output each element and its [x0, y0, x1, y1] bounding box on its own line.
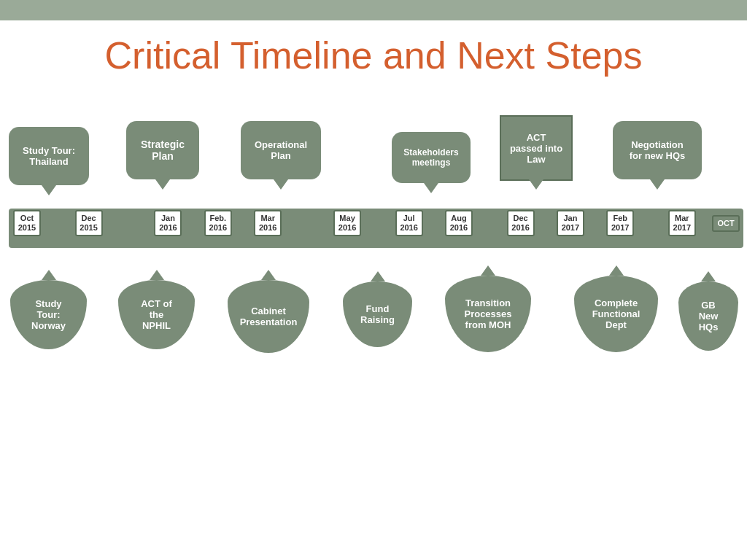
date-dec2015: Dec2015 [75, 210, 103, 236]
bubble-study-tour-thailand: Study Tour:Thailand [9, 127, 89, 185]
date-jan2016: Jan2016 [154, 210, 182, 236]
bubble-act-nphil: ACT oftheNPHIL [118, 280, 195, 349]
date-mar2017: Mar2017 [668, 210, 696, 236]
bubble-strategic-plan: StrategicPlan [126, 121, 199, 179]
date-jul2016: Jul2016 [395, 210, 423, 236]
bubble-transition: TransitionProcessesfrom MOH [445, 276, 531, 352]
page-title: Critical Timeline and Next Steps [0, 20, 747, 85]
date-oct-end: OCT [712, 215, 740, 232]
bubble-cabinet: CabinetPresentation [228, 280, 309, 353]
bubble-gb-new-hqs: GBNewHQs [678, 281, 738, 351]
date-oct2015: Oct2015 [13, 210, 41, 236]
top-bar [0, 0, 747, 20]
bubble-operational-plan: OperationalPlan [241, 121, 321, 179]
timeline-area: Study Tour:Thailand StrategicPlan Operat… [0, 92, 747, 529]
slide: Critical Timeline and Next Steps Study T… [0, 0, 747, 560]
bubble-negotiation: Negotiationfor new HQs [613, 121, 702, 179]
bubble-fund-raising: FundRaising [343, 281, 412, 347]
date-dec2016: Dec2016 [507, 210, 535, 236]
bubble-complete-functional: CompleteFunctionalDept [574, 276, 658, 352]
bubble-stakeholders: Stakeholdersmeetings [392, 132, 471, 183]
date-feb2017: Feb2017 [606, 210, 634, 236]
date-mar2016: Mar2016 [254, 210, 282, 236]
date-aug2016: Aug2016 [445, 210, 473, 236]
bubble-study-tour-norway: StudyTour:Norway [10, 280, 87, 349]
bubble-act-passed: ACTpassed intoLaw [500, 115, 573, 181]
date-feb2016: Feb.2016 [204, 210, 232, 236]
date-may2016: May2016 [333, 210, 361, 236]
date-jan2017: Jan2017 [557, 210, 584, 236]
